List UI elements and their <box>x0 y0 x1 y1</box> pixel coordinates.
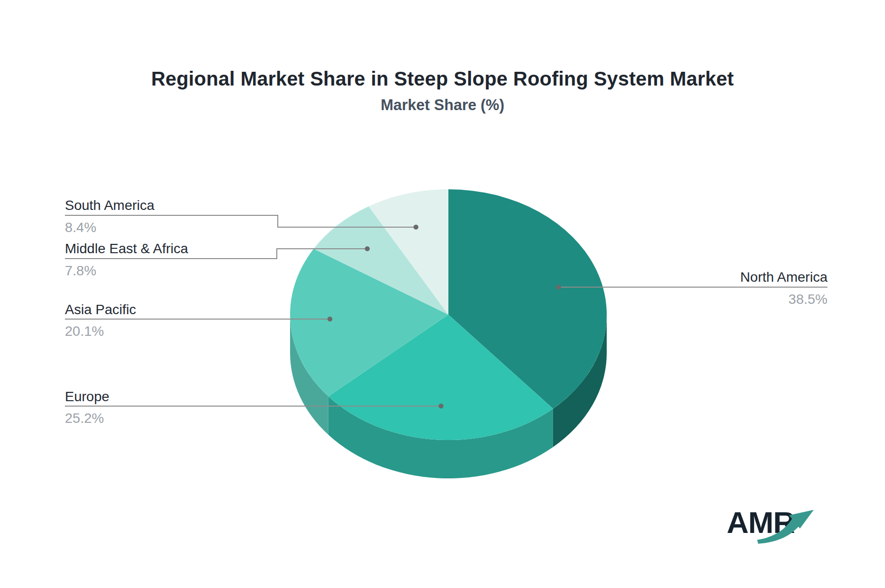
chart-canvas: Regional Market Share in Steep Slope Roo… <box>0 0 885 588</box>
leader-dot-europe <box>439 404 443 409</box>
leader-dot-south-america <box>413 225 418 230</box>
pie-percent-europe: 25.2% <box>65 411 104 426</box>
chart-title: Regional Market Share in Steep Slope Roo… <box>0 68 885 90</box>
pie-label-europe: Europe <box>65 389 109 405</box>
pie-percent-south-america: 8.4% <box>65 220 96 235</box>
pie-percent-asia-pacific: 20.1% <box>65 323 104 339</box>
leader-dot-north-america <box>556 285 561 290</box>
pie-label-asia-pacific: Asia Pacific <box>65 302 136 318</box>
pie-percent-north-america: 38.5% <box>789 292 827 307</box>
pie-percent-middle-east-africa: 7.8% <box>65 263 96 279</box>
chart-subtitle: Market Share (%) <box>0 96 885 114</box>
pie-label-middle-east-africa: Middle East & Africa <box>65 241 188 257</box>
pie-label-south-america: South America <box>65 198 154 213</box>
leader-dot-asia-pacific <box>327 317 332 322</box>
trend-up-arrow-icon <box>713 496 821 550</box>
leader-dot-middle-east-africa <box>365 246 370 251</box>
pie-label-north-america: North America <box>740 269 827 285</box>
